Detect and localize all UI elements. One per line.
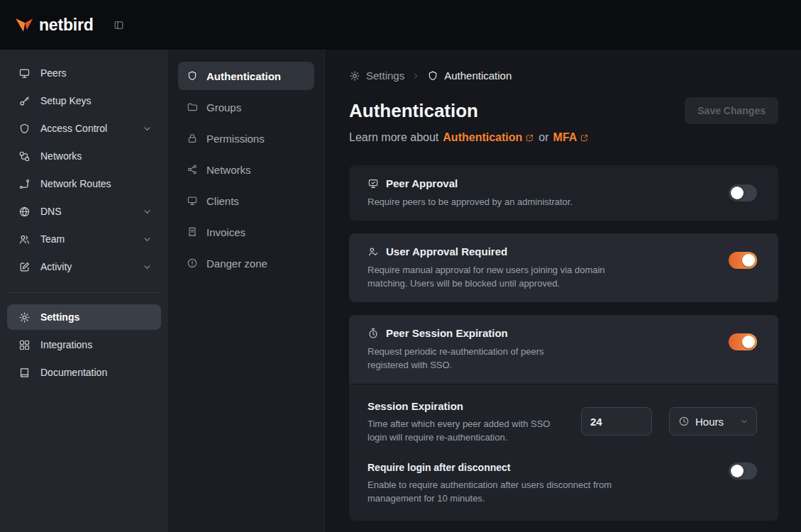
page-title: Authentication — [349, 100, 478, 122]
relogin-toggle[interactable] — [729, 462, 757, 480]
user-check-icon — [368, 246, 379, 257]
alert-circle-icon — [187, 257, 198, 269]
sidebar-item-networks[interactable]: Networks — [7, 143, 161, 169]
sidebar-item-network-routes[interactable]: Network Routes — [7, 171, 161, 196]
edit-icon — [18, 261, 31, 273]
peer-approval-title: Peer Approval — [386, 176, 458, 192]
book-icon — [18, 367, 31, 379]
sidebar-item-peers[interactable]: Peers — [7, 60, 161, 86]
shield-icon — [427, 70, 438, 82]
sidebar-item-team[interactable]: Team — [7, 226, 161, 252]
sidebar-item-label: Peers — [40, 67, 67, 79]
sidebar-item-setup-keys[interactable]: Setup Keys — [7, 88, 161, 113]
main-content: Settings Authentication Authentication S… — [325, 50, 801, 532]
settings-subnav: Authentication Groups Permissions Networ… — [168, 50, 325, 532]
subnav-item-label: Danger zone — [206, 257, 267, 270]
primary-sidebar: Peers Setup Keys Access Control Networks… — [0, 50, 168, 532]
subnav-item-authentication[interactable]: Authentication — [178, 62, 314, 90]
timer-icon — [368, 328, 379, 339]
session-expiration-card: Peer Session Expiration Request periodic… — [349, 315, 778, 521]
share-nodes-icon — [187, 164, 198, 175]
unit-selected-value: Hours — [695, 416, 724, 428]
breadcrumb-authentication[interactable]: Authentication — [427, 70, 512, 82]
peer-approval-toggle[interactable] — [729, 184, 757, 201]
network-flow-icon — [18, 150, 31, 162]
netbird-bird-icon — [14, 15, 34, 35]
subnav-item-networks[interactable]: Networks — [178, 155, 314, 184]
subnav-item-groups[interactable]: Groups — [178, 93, 314, 121]
subnav-item-label: Permissions — [206, 133, 265, 145]
subnav-item-label: Authentication — [206, 70, 281, 82]
relogin-title: Require login after disconnect — [368, 460, 729, 475]
session-expiration-toggle[interactable] — [729, 333, 757, 350]
user-approval-toggle[interactable] — [729, 252, 757, 269]
invoice-icon — [187, 226, 198, 238]
sidebar-item-settings[interactable]: Settings — [7, 304, 161, 330]
chevron-right-icon — [411, 71, 421, 81]
sidebar-item-label: Team — [40, 233, 65, 245]
save-changes-button[interactable]: Save Changes — [685, 97, 778, 124]
brand-name: netbird — [39, 16, 94, 35]
sidebar-item-label: Integrations — [40, 339, 92, 350]
users-icon — [18, 233, 31, 245]
globe-icon — [18, 206, 31, 218]
user-approval-description: Require manual approval for new users jo… — [368, 263, 612, 290]
session-duration-title: Session Expiration — [368, 399, 581, 414]
subnav-item-label: Networks — [206, 164, 251, 176]
session-duration-description: Time after which every peer added with S… — [368, 417, 553, 444]
subnav-item-danger-zone[interactable]: Danger zone — [178, 249, 314, 277]
sidebar-item-label: Setup Keys — [40, 95, 92, 106]
external-link-icon — [580, 133, 589, 143]
lock-icon — [187, 133, 198, 144]
sidebar-item-label: DNS — [40, 206, 62, 217]
sidebar-item-dns[interactable]: DNS — [7, 199, 161, 224]
breadcrumb-settings-label: Settings — [366, 70, 404, 82]
netbird-logo[interactable]: netbird — [14, 15, 94, 35]
breadcrumb-authentication-label: Authentication — [444, 70, 512, 82]
peer-approval-description: Require peers to be approved by an admin… — [368, 195, 760, 209]
peer-approval-card: Peer Approval Require peers to be approv… — [349, 165, 778, 221]
shield-icon — [187, 70, 198, 82]
sidebar-item-integrations[interactable]: Integrations — [7, 332, 161, 358]
authentication-docs-link[interactable]: Authentication — [443, 131, 534, 144]
session-expiration-description: Request periodic re-authentication of pe… — [368, 345, 580, 372]
grid-icon — [18, 339, 31, 351]
session-expiration-settings: Session Expiration Time after which ever… — [349, 384, 778, 521]
chevron-down-icon — [142, 234, 153, 245]
sidebar-item-label: Network Routes — [40, 178, 111, 189]
session-expiration-unit-select[interactable]: Hours — [669, 407, 757, 436]
learn-more-prefix: Learn more about — [349, 131, 438, 144]
mfa-docs-link[interactable]: MFA — [553, 131, 590, 144]
chevron-down-icon — [142, 123, 153, 134]
sidebar-item-label: Settings — [40, 311, 79, 323]
session-expiration-input[interactable] — [581, 407, 652, 436]
subnav-item-permissions[interactable]: Permissions — [178, 124, 314, 153]
shield-icon — [18, 123, 31, 135]
chevron-down-icon — [739, 416, 749, 426]
folder-icon — [187, 101, 198, 113]
sidebar-item-activity[interactable]: Activity — [7, 254, 161, 279]
clock-icon — [678, 416, 690, 427]
learn-more-conjunction: or — [538, 131, 548, 144]
subnav-item-invoices[interactable]: Invoices — [178, 218, 314, 246]
sidebar-item-label: Documentation — [40, 367, 107, 378]
subnav-item-label: Clients — [206, 195, 239, 207]
breadcrumb-settings[interactable]: Settings — [349, 70, 404, 82]
session-expiration-header: Peer Session Expiration Request periodic… — [349, 315, 778, 384]
route-icon — [18, 178, 31, 190]
subnav-item-label: Groups — [206, 101, 241, 113]
gear-icon — [18, 311, 31, 323]
learn-more-line: Learn more about Authentication or MFA — [349, 131, 778, 144]
subnav-item-clients[interactable]: Clients — [178, 187, 314, 215]
sidebar-item-access-control[interactable]: Access Control — [7, 116, 161, 141]
monitor-icon — [18, 67, 31, 79]
gear-icon — [349, 70, 360, 82]
sidebar-item-label: Access Control — [40, 123, 107, 134]
key-icon — [18, 95, 31, 107]
user-approval-card: User Approval Required Require manual ap… — [349, 233, 778, 302]
monitor-check-icon — [368, 178, 379, 189]
monitor-icon — [187, 195, 198, 206]
sidebar-item-documentation[interactable]: Documentation — [7, 360, 161, 385]
sidebar-collapse-icon[interactable] — [114, 20, 124, 31]
chevron-down-icon — [142, 206, 153, 217]
